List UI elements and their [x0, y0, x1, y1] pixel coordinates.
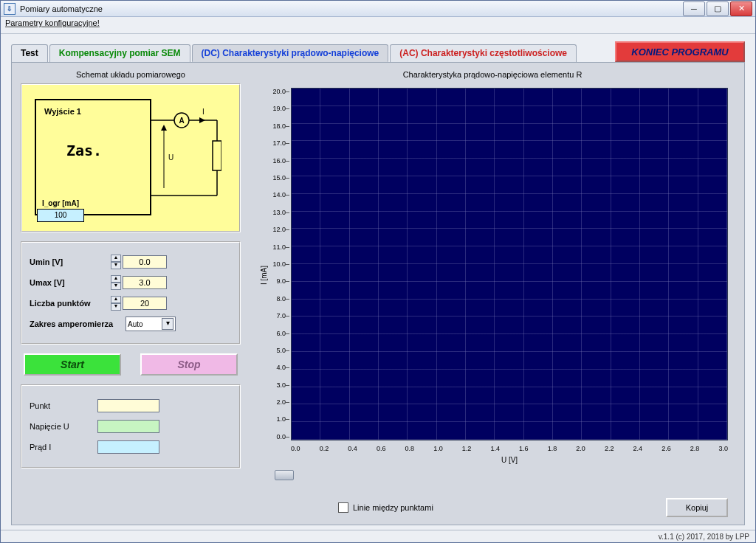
schem-zas-label: Zas.	[66, 142, 102, 159]
tab-ac[interactable]: (AC) Charakterystyki częstotliwościowe	[390, 44, 577, 62]
main-panel: Schemat układu pomiarowego Wyjście 1 Zas…	[11, 62, 745, 525]
punkt-label: Punkt	[30, 401, 97, 410]
schem-ammeter-label: A	[179, 117, 184, 125]
stop-button[interactable]: Stop	[140, 353, 238, 376]
svg-rect-5	[213, 141, 221, 170]
titlebar: ⇩ Pomiary automatyczne ─ ▢ ✕	[1, 1, 755, 17]
svg-marker-8	[161, 125, 167, 131]
umin-stepper[interactable]: ▲▼	[111, 255, 121, 269]
close-button[interactable]: ✕	[730, 1, 752, 16]
checkbox-icon	[338, 502, 348, 513]
schem-voltage-label: U	[168, 153, 173, 162]
svg-marker-3	[199, 117, 205, 123]
range-label: Zakres amperomierza	[30, 319, 126, 328]
schematic-section: Schemat układu pomiarowego Wyjście 1 Zas…	[21, 70, 241, 232]
window-controls: ─ ▢ ✕	[683, 1, 752, 16]
menu-config[interactable]: Parametry konfiguracyjne!	[5, 18, 100, 27]
plot-controls: Linie między punktami Kopiuj	[250, 498, 735, 517]
iogr-value[interactable]: 100	[37, 209, 84, 222]
menubar: Parametry konfiguracyjne!	[1, 17, 755, 34]
end-program-button[interactable]: KONIEC PROGRAMU	[615, 41, 745, 62]
umax-field[interactable]: 3.0	[123, 276, 167, 289]
plot-scroll-handle[interactable]	[275, 470, 294, 480]
tab-row: Test Kompensacyjny pomiar SEM (DC) Chara…	[11, 41, 745, 62]
points-stepper[interactable]: ▲▼	[111, 296, 121, 311]
umax-stepper[interactable]: ▲▼	[111, 275, 121, 290]
left-column: Schemat układu pomiarowego Wyjście 1 Zas…	[21, 70, 241, 517]
right-column: Charakterystyka prądowo-napięciowa eleme…	[250, 70, 735, 517]
tab-test[interactable]: Test	[11, 44, 48, 62]
plot-area: I [mA] 20.0–19.0–18.0–17.0–16.0–15.0–14.…	[250, 83, 735, 467]
copy-button[interactable]: Kopiuj	[666, 498, 728, 517]
tab-dc[interactable]: (DC) Charakterystyki prądowo-napięciowe	[192, 44, 389, 62]
points-label: Liczba punktów	[30, 299, 111, 308]
iogr-label: I_ogr [mA]	[37, 199, 84, 207]
button-row: Start Stop	[21, 353, 241, 376]
schem-output-label: Wyjście 1	[44, 107, 81, 116]
umin-field[interactable]: 0.0	[123, 255, 167, 269]
minimize-button[interactable]: ─	[683, 1, 705, 16]
prad-field	[97, 440, 159, 454]
umin-label: Umin [V]	[30, 257, 111, 266]
app-icon: ⇩	[4, 3, 16, 15]
tabs: Test Kompensacyjny pomiar SEM (DC) Chara…	[11, 44, 578, 62]
app-window: ⇩ Pomiary automatyczne ─ ▢ ✕ Parametry k…	[0, 0, 756, 543]
start-button[interactable]: Start	[24, 353, 121, 376]
points-field[interactable]: 20	[123, 297, 167, 310]
maximize-button[interactable]: ▢	[707, 1, 729, 16]
umax-label: Umax [V]	[30, 278, 111, 287]
lines-checkbox-label: Linie między punktami	[353, 503, 433, 512]
schematic-diagram: Wyjście 1 Zas. A I R	[21, 83, 241, 232]
napiecie-label: Napięcie U	[30, 422, 97, 431]
lines-checkbox[interactable]: Linie między punktami	[338, 502, 433, 513]
readouts-panel: Punkt Napięcie U Prąd I	[21, 384, 241, 468]
plot-yticks: 20.0–19.0–18.0–17.0–16.0–15.0–14.0–13.0–…	[270, 88, 289, 440]
punkt-field	[97, 399, 159, 412]
schematic-title: Schemat układu pomiarowego	[21, 70, 241, 79]
tab-sem[interactable]: Kompensacyjny pomiar SEM	[49, 44, 190, 62]
schem-current-label: I	[202, 108, 205, 116]
chevron-down-icon: ▾	[162, 318, 173, 330]
range-select[interactable]: Auto ▾	[126, 317, 176, 331]
window-title: Pomiary automatyczne	[20, 4, 683, 13]
client-area: Test Kompensacyjny pomiar SEM (DC) Chara…	[1, 34, 755, 530]
plot-canvas[interactable]	[291, 88, 728, 440]
params-panel: Umin [V] ▲▼ 0.0 Umax [V] ▲▼ 3.0	[21, 241, 241, 345]
iogr-box: I_ogr [mA] 100	[37, 199, 84, 222]
napiecie-field	[97, 420, 159, 433]
plot-xticks: 0.00.20.40.60.81.01.21.41.61.82.02.22.42…	[291, 445, 728, 452]
version-label: v.1.1 (c) 2017, 2018 by LPP	[659, 533, 749, 541]
statusbar: v.1.1 (c) 2017, 2018 by LPP	[1, 530, 755, 542]
plot-xlabel: U [V]	[291, 456, 728, 464]
range-value: Auto	[128, 320, 143, 328]
plot-ylabel: I [mA]	[260, 266, 268, 285]
prad-label: Prąd I	[30, 443, 97, 452]
plot-title: Charakterystyka prądowo-napięciowa eleme…	[250, 70, 735, 79]
